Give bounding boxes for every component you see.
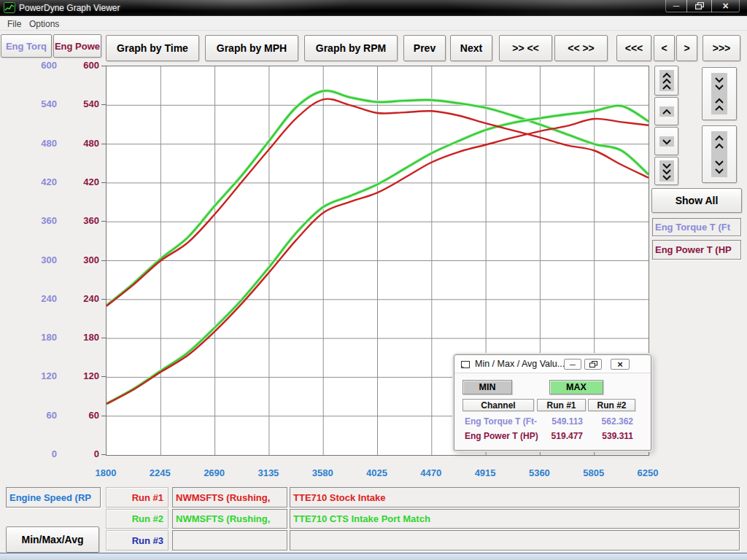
table-cell-value: 549.113 <box>541 416 583 427</box>
dialog-close-icon: × <box>617 359 623 370</box>
channel-label-torque: Eng Torque T (Ft <box>652 218 741 236</box>
x-tick-label: 4470 <box>409 467 453 478</box>
chevron-up-icon <box>659 106 674 117</box>
scroll-down-button[interactable] <box>654 127 678 155</box>
table-cell-value: 539.311 <box>592 431 633 441</box>
run2-label: Run #2 <box>106 509 169 529</box>
x-tick-label: 3135 <box>247 467 290 478</box>
title-bar[interactable]: PowerDyne Graph Viewer ─ × <box>0 0 747 16</box>
triple-chevron-down-icon <box>659 160 674 182</box>
power-tick-label: 480 <box>64 138 99 149</box>
scroll-right-button[interactable]: > <box>676 35 697 61</box>
power-tick-label: 360 <box>64 215 99 226</box>
scroll-left-fast-button[interactable]: <<< <box>616 35 651 61</box>
run1-description-field: TTE710 Stock Intake <box>290 487 740 508</box>
channel-label-power: Eng Power T (HP <box>652 240 741 260</box>
power-axis-button[interactable]: Eng Powe <box>53 34 101 58</box>
minmax-dialog-titlebar[interactable]: Min / Max / Avg Valu... ─ × <box>454 355 651 373</box>
zoom-out-x-button[interactable]: << >> <box>554 35 608 61</box>
torque-tick-label: 360 <box>22 215 57 226</box>
dialog-maximize-button[interactable] <box>584 359 602 370</box>
min-max-avg-button[interactable]: Min/Max/Avg <box>6 526 99 553</box>
max-toggle-button[interactable]: MAX <box>549 380 603 394</box>
show-all-button[interactable]: Show All <box>651 188 742 213</box>
x-tick-label: 2690 <box>193 467 236 478</box>
torque-tick-label: 300 <box>22 254 57 265</box>
scroll-left-button[interactable]: < <box>654 35 675 61</box>
power-tick-label: 300 <box>64 254 99 265</box>
graph-by-mph-button[interactable]: Graph by MPH <box>205 35 298 61</box>
table-cell-value: 562.362 <box>592 416 633 427</box>
column-header-run2[interactable]: Run #2 <box>588 399 635 411</box>
x-tick-label: 1800 <box>84 467 128 478</box>
x-tick-label: 5805 <box>572 467 616 478</box>
x-channel-label: Engine Speed (RP <box>6 487 101 508</box>
dialog-minimize-button[interactable]: ─ <box>564 359 581 370</box>
torque-axis-button[interactable]: Eng Torq <box>1 34 52 58</box>
x-tick-label: 6250 <box>626 467 670 478</box>
window-bottom-edge <box>0 553 747 560</box>
x-tick-label: 4025 <box>355 467 399 478</box>
x-tick-label: 5360 <box>517 467 561 478</box>
scroll-right-fast-button[interactable]: >>> <box>703 35 740 61</box>
x-tick-label: 3580 <box>301 467 344 478</box>
run3-description-field <box>290 530 740 551</box>
run2-description-field: TTE710 CTS Intake Port Match <box>290 509 740 529</box>
min-toggle-button[interactable]: MIN <box>462 380 512 394</box>
power-tick-label: 120 <box>64 370 99 381</box>
torque-tick-label: 120 <box>22 370 57 381</box>
table-cell-value: 519.477 <box>541 431 583 441</box>
menu-file[interactable]: File <box>3 18 26 31</box>
dialog-restore-icon <box>589 361 597 368</box>
column-header-channel[interactable]: Channel <box>462 399 534 411</box>
power-tick-label: 180 <box>64 332 99 343</box>
window-title: PowerDyne Graph Viewer <box>19 3 120 13</box>
minimize-button[interactable]: ─ <box>665 0 687 12</box>
graph-by-rpm-button[interactable]: Graph by RPM <box>304 35 398 61</box>
chevrons-inward-icon <box>711 73 727 114</box>
table-cell-channel: Eng Power T (HP) <box>465 431 545 441</box>
triple-chevron-up-icon <box>659 70 674 91</box>
restore-icon <box>695 2 704 9</box>
minimize-icon: ─ <box>673 1 680 11</box>
scroll-up-fast-button[interactable] <box>654 66 678 96</box>
zoom-out-y-button[interactable] <box>702 125 737 183</box>
chevrons-outward-icon <box>711 131 727 177</box>
column-header-run1[interactable]: Run #1 <box>537 399 586 411</box>
torque-tick-label: 180 <box>22 332 57 343</box>
zoom-in-x-button[interactable]: >> << <box>499 35 552 61</box>
torque-tick-label: 540 <box>22 98 57 109</box>
zoom-in-y-button[interactable] <box>702 67 737 120</box>
next-button[interactable]: Next <box>450 35 492 61</box>
close-button[interactable]: × <box>711 0 740 12</box>
power-tick-label: 60 <box>64 410 99 421</box>
x-tick-label: 4915 <box>463 467 507 478</box>
scroll-up-button[interactable] <box>654 97 678 125</box>
chevron-down-icon <box>659 136 674 147</box>
torque-tick-label: 420 <box>22 176 57 187</box>
maximize-button[interactable] <box>686 0 712 12</box>
x-tick-label: 2245 <box>138 467 182 478</box>
dialog-close-button[interactable]: × <box>611 359 630 370</box>
dialog-minimize-icon: ─ <box>570 360 576 369</box>
run1-source-field: NWMSFTS (Rushing, <box>172 487 287 508</box>
scroll-down-fast-button[interactable] <box>654 157 678 185</box>
menu-bar: File Options <box>0 16 747 31</box>
power-tick-label: 240 <box>64 293 99 304</box>
table-cell-channel: Eng Torque T (Ft- <box>465 416 538 427</box>
minmax-dialog: Min / Max / Avg Valu... ─ × MIN MAX Chan… <box>454 354 651 451</box>
power-tick-label: 540 <box>64 98 99 109</box>
menu-options[interactable]: Options <box>25 18 63 31</box>
power-tick-label: 420 <box>64 176 99 187</box>
graph-by-time-button[interactable]: Graph by Time <box>106 35 199 61</box>
torque-tick-label: 240 <box>22 293 57 304</box>
run1-label: Run #1 <box>106 487 169 508</box>
dialog-icon <box>460 360 471 369</box>
close-icon: × <box>722 0 728 12</box>
prev-button[interactable]: Prev <box>403 35 446 61</box>
run3-source-field <box>172 530 287 551</box>
power-tick-label: 600 <box>64 60 99 71</box>
run3-label: Run #3 <box>106 530 169 551</box>
torque-tick-label: 60 <box>22 410 57 421</box>
run2-source-field: NWMSFTS (Rushing, <box>172 509 287 529</box>
